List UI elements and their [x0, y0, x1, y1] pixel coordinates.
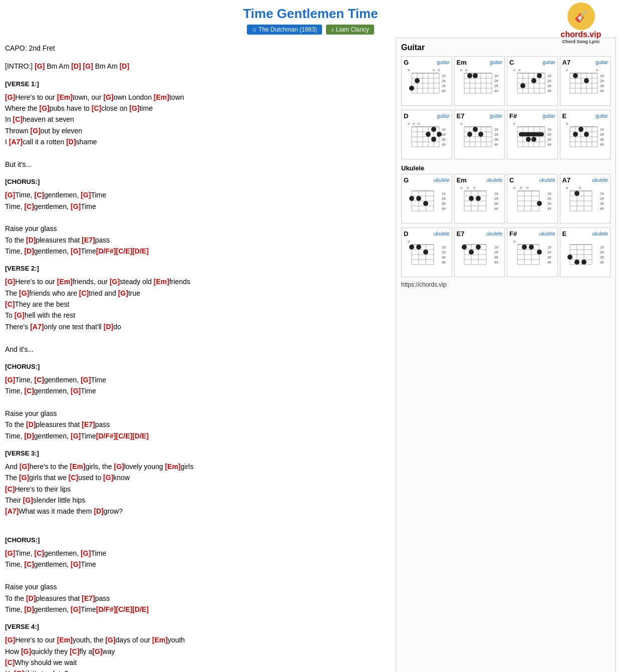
chord-box-g-ukulele[interactable]: G ukulele 1fr 2fr 3fr 4fr: [401, 174, 452, 223]
svg-text:o: o: [526, 185, 529, 190]
svg-text:3fr: 3fr: [494, 256, 499, 259]
svg-point-207: [537, 201, 542, 206]
svg-text:x: x: [408, 121, 410, 126]
ukulele-link-d[interactable]: ukulele: [434, 231, 450, 237]
svg-point-171: [416, 196, 421, 201]
svg-text:1fr: 1fr: [600, 74, 604, 78]
music-icon: ♫: [252, 26, 256, 33]
guitar-link-c[interactable]: guitar: [542, 60, 555, 65]
svg-point-170: [409, 196, 414, 201]
chord-box-d-ukulele[interactable]: D ukulele o 1fr 2fr 3fr 4fr: [401, 228, 452, 277]
svg-point-137: [531, 137, 536, 142]
guitar-link-g[interactable]: guitar: [437, 60, 449, 65]
svg-point-254: [462, 245, 467, 250]
chord-box-fsharp-ukulele[interactable]: F# ukulele o 1fr 2fr 3fr 4fr: [507, 228, 558, 277]
ukulele-link-a7[interactable]: ukulele: [592, 177, 608, 183]
svg-point-96: [431, 127, 436, 132]
svg-text:4fr: 4fr: [494, 143, 499, 146]
svg-text:3fr: 3fr: [600, 256, 604, 259]
svg-point-273: [537, 250, 542, 255]
chord-box-e7-guitar[interactable]: E7 guitar o 1fr 2fr 3fr 4fr: [454, 110, 505, 159]
page-header: Time Gentlemen Time ♫ The Dutchman (1983…: [0, 0, 621, 38]
guitar-link-a7[interactable]: guitar: [595, 60, 608, 65]
svg-point-18: [415, 78, 420, 83]
ukulele-link-g[interactable]: ukulele: [434, 177, 450, 183]
album-badge[interactable]: ♫ The Dutchman (1983): [247, 25, 322, 35]
svg-text:2fr: 2fr: [600, 133, 604, 136]
svg-point-136: [526, 137, 531, 142]
svg-text:x: x: [413, 121, 415, 126]
guitar-link-e7[interactable]: guitar: [490, 113, 502, 119]
svg-point-56: [537, 73, 542, 78]
svg-point-223: [574, 191, 579, 196]
svg-point-190: [476, 196, 481, 201]
ukulele-link-e7[interactable]: ukulele: [486, 231, 502, 237]
svg-text:3fr: 3fr: [547, 256, 552, 259]
chord-box-em-ukulele[interactable]: Em ukulele o o o 1fr 2fr 3fr 4fr: [454, 174, 505, 223]
ukulele-link-em[interactable]: ukulele: [486, 177, 502, 183]
artist-badge[interactable]: ♪ Liam Clancy: [326, 25, 374, 35]
svg-text:3fr: 3fr: [442, 202, 446, 205]
svg-text:1fr: 1fr: [600, 192, 604, 195]
chord-diagram-c-guitar: x o 1fr 2fr 3fr 4fr: [512, 66, 552, 102]
svg-text:3fr: 3fr: [494, 202, 499, 205]
chord-diagram-d-guitar: x x o 1fr 2fr 3fr 4fr: [407, 120, 447, 156]
chord-box-d-guitar[interactable]: D guitar x x o 1fr 2fr 3fr 4fr: [401, 110, 452, 159]
svg-text:1fr: 1fr: [494, 74, 499, 78]
lyrics-panel: CAPO: 2nd Fret [INTRO:] [G] Bm Am [D] [G…: [5, 38, 391, 672]
svg-text:3fr: 3fr: [442, 256, 446, 259]
svg-text:x: x: [566, 68, 568, 72]
guitar-link-e[interactable]: guitar: [595, 113, 608, 119]
chord-box-a7-ukulele[interactable]: A7 ukulele o o 1fr 2fr 3fr 4fr: [560, 174, 611, 223]
chord-box-fsharp-guitar[interactable]: F# guitar x 1fr 2fr 3fr 4fr: [507, 110, 558, 159]
guitar-link-d[interactable]: guitar: [437, 113, 449, 119]
svg-text:3fr: 3fr: [600, 138, 604, 141]
chorus1-section: [CHORUS:] [G]Time, [C]gentlemen, [G]Time…: [5, 177, 386, 257]
svg-text:2fr: 2fr: [442, 251, 446, 254]
chord-box-g-guitar[interactable]: G guitar x o o 1fr 2fr 3fr 4fr: [401, 56, 452, 106]
svg-text:4fr: 4fr: [442, 143, 446, 146]
chord-url: https://chords.vip: [401, 281, 610, 288]
svg-text:o: o: [460, 185, 463, 190]
verse4-label: [VERSE 4:]: [5, 622, 386, 632]
logo-text: chords.vip Chord Song Lyric: [561, 30, 601, 44]
chord-box-a7-guitar[interactable]: A7 guitar x o 1fr 2fr 3fr 4fr: [560, 56, 611, 106]
svg-point-256: [469, 250, 474, 255]
chord-diagram-g-ukulele: 1fr 2fr 3fr 4fr: [407, 184, 447, 220]
svg-text:2fr: 2fr: [494, 133, 499, 136]
svg-point-289: [581, 260, 586, 265]
svg-text:2fr: 2fr: [547, 197, 552, 200]
svg-text:o: o: [418, 121, 420, 126]
svg-text:1fr: 1fr: [547, 74, 552, 78]
verse2-section: [VERSE 2:] [G]Here's to our [Em]friends,…: [5, 264, 386, 355]
svg-point-98: [437, 132, 442, 137]
svg-text:4fr: 4fr: [600, 143, 604, 146]
chord-diagram-e-guitar: o 1fr 2fr 3fr 4fr: [565, 120, 605, 156]
svg-text:o: o: [460, 68, 463, 72]
svg-point-97: [426, 132, 431, 137]
ukulele-link-c[interactable]: ukulele: [539, 177, 555, 183]
svg-text:3fr: 3fr: [547, 84, 552, 88]
chord-box-e7-ukulele[interactable]: E7 ukulele 1fr 2fr 3fr 4fr: [454, 228, 505, 277]
chord-box-e-ukulele[interactable]: E ukulele 1fr 2fr 3fr 4fr: [560, 228, 611, 277]
svg-text:4fr: 4fr: [547, 143, 552, 146]
guitar-chord-grid-2: D guitar x x o 1fr 2fr 3fr 4fr: [401, 110, 610, 159]
chord-box-c-guitar[interactable]: C guitar x o 1fr 2fr 3fr 4fr: [507, 56, 558, 106]
svg-point-154: [578, 127, 583, 132]
chord-diagram-fsharp-guitar: x 1fr 2fr 3fr 4fr: [512, 120, 552, 156]
page-wrapper: Time Gentlemen Time ♫ The Dutchman (1983…: [0, 0, 621, 672]
guitar-link-em[interactable]: guitar: [490, 60, 502, 65]
svg-text:2fr: 2fr: [442, 79, 446, 83]
svg-text:3fr: 3fr: [442, 138, 446, 141]
svg-point-239: [416, 245, 421, 250]
chord-box-e-guitar[interactable]: E guitar o 1fr 2fr 3fr 4fr: [560, 110, 611, 159]
chord-box-em-guitar[interactable]: Em guitar o o 1fr 2fr 3fr 4fr: [454, 56, 505, 106]
svg-text:1fr: 1fr: [494, 128, 499, 131]
ukulele-link-fsharp[interactable]: ukulele: [539, 231, 555, 237]
chorus2-section: [CHORUS:] [G]Time, [C]gentlemen, [G]Time…: [5, 362, 386, 441]
svg-text:3fr: 3fr: [600, 202, 604, 205]
chord-box-c-ukulele[interactable]: C ukulele o o o 1fr 2fr 3fr 4fr: [507, 174, 558, 223]
verse4-section: [VERSE 4:] [G]Here's to our [Em]youth, t…: [5, 622, 386, 672]
ukulele-link-e[interactable]: ukulele: [592, 231, 608, 237]
guitar-link-fsharp[interactable]: guitar: [542, 113, 555, 119]
